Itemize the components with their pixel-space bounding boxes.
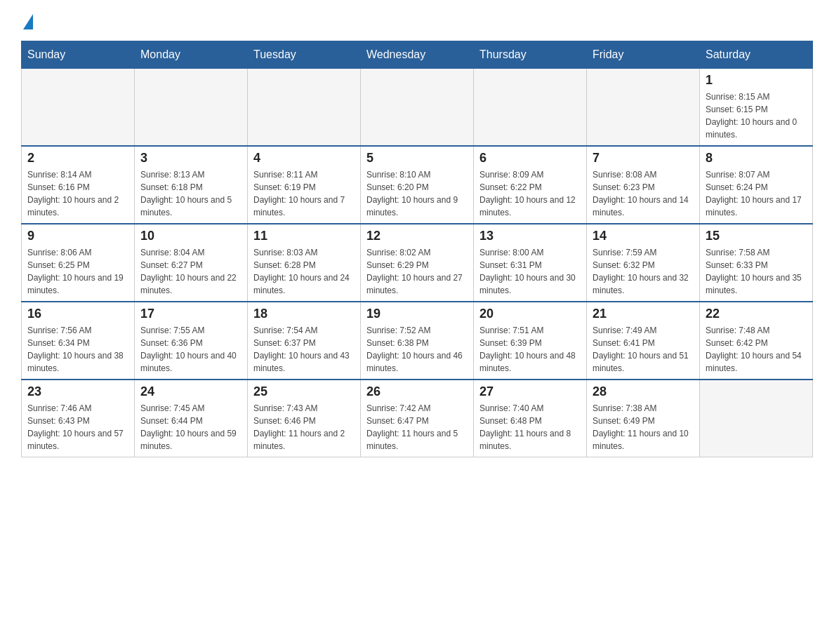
calendar-cell: 9Sunrise: 8:06 AMSunset: 6:25 PMDaylight… bbox=[22, 224, 135, 302]
day-number: 21 bbox=[593, 307, 694, 321]
day-info: Sunrise: 7:46 AMSunset: 6:43 PMDaylight:… bbox=[27, 402, 128, 452]
day-number: 15 bbox=[706, 229, 807, 243]
logo bbox=[21, 14, 33, 28]
calendar-cell: 20Sunrise: 7:51 AMSunset: 6:39 PMDayligh… bbox=[474, 302, 587, 380]
day-info: Sunrise: 8:09 AMSunset: 6:22 PMDaylight:… bbox=[479, 168, 581, 219]
day-number: 18 bbox=[253, 307, 355, 321]
calendar-cell: 1Sunrise: 8:15 AMSunset: 6:15 PMDaylight… bbox=[700, 69, 813, 147]
calendar-cell: 3Sunrise: 8:13 AMSunset: 6:18 PMDaylight… bbox=[135, 146, 248, 224]
day-number: 14 bbox=[593, 229, 694, 243]
calendar-cell: 8Sunrise: 8:07 AMSunset: 6:24 PMDaylight… bbox=[700, 146, 813, 224]
calendar-cell: 10Sunrise: 8:04 AMSunset: 6:27 PMDayligh… bbox=[135, 224, 248, 302]
day-info: Sunrise: 8:15 AMSunset: 6:15 PMDaylight:… bbox=[706, 90, 807, 141]
day-info: Sunrise: 7:43 AMSunset: 6:46 PMDaylight:… bbox=[253, 402, 355, 452]
calendar-cell: 24Sunrise: 7:45 AMSunset: 6:44 PMDayligh… bbox=[135, 380, 248, 457]
day-number: 7 bbox=[593, 151, 694, 166]
calendar-cell bbox=[474, 69, 587, 147]
calendar-cell bbox=[248, 69, 361, 147]
logo-triangle-icon bbox=[23, 14, 33, 29]
day-info: Sunrise: 8:03 AMSunset: 6:28 PMDaylight:… bbox=[253, 246, 355, 297]
day-number: 19 bbox=[366, 307, 468, 321]
calendar-cell: 21Sunrise: 7:49 AMSunset: 6:41 PMDayligh… bbox=[587, 302, 700, 380]
day-number: 28 bbox=[593, 384, 694, 399]
weekday-header: Wednesday bbox=[361, 41, 474, 69]
calendar-cell: 12Sunrise: 8:02 AMSunset: 6:29 PMDayligh… bbox=[361, 224, 474, 302]
calendar-week-row: 2Sunrise: 8:14 AMSunset: 6:16 PMDaylight… bbox=[22, 146, 813, 224]
day-info: Sunrise: 7:49 AMSunset: 6:41 PMDaylight:… bbox=[593, 324, 694, 375]
day-info: Sunrise: 7:58 AMSunset: 6:33 PMDaylight:… bbox=[706, 246, 807, 297]
day-info: Sunrise: 7:54 AMSunset: 6:37 PMDaylight:… bbox=[253, 324, 355, 375]
day-info: Sunrise: 7:42 AMSunset: 6:47 PMDaylight:… bbox=[366, 402, 468, 452]
weekday-header: Monday bbox=[135, 41, 248, 69]
page-header bbox=[21, 14, 813, 28]
calendar-cell bbox=[135, 69, 248, 147]
calendar-header-row: SundayMondayTuesdayWednesdayThursdayFrid… bbox=[22, 41, 813, 69]
weekday-header: Saturday bbox=[700, 41, 813, 69]
day-info: Sunrise: 7:38 AMSunset: 6:49 PMDaylight:… bbox=[593, 402, 694, 452]
calendar-cell bbox=[587, 69, 700, 147]
day-number: 22 bbox=[706, 307, 807, 321]
calendar-cell: 5Sunrise: 8:10 AMSunset: 6:20 PMDaylight… bbox=[361, 146, 474, 224]
day-number: 1 bbox=[706, 73, 807, 88]
calendar-cell: 11Sunrise: 8:03 AMSunset: 6:28 PMDayligh… bbox=[248, 224, 361, 302]
calendar-table: SundayMondayTuesdayWednesdayThursdayFrid… bbox=[21, 41, 813, 457]
day-info: Sunrise: 7:55 AMSunset: 6:36 PMDaylight:… bbox=[140, 324, 241, 375]
calendar-cell bbox=[700, 380, 813, 457]
day-number: 11 bbox=[253, 229, 355, 243]
day-info: Sunrise: 7:45 AMSunset: 6:44 PMDaylight:… bbox=[140, 402, 241, 452]
day-number: 16 bbox=[27, 307, 128, 321]
day-info: Sunrise: 8:13 AMSunset: 6:18 PMDaylight:… bbox=[140, 168, 241, 219]
calendar-cell: 25Sunrise: 7:43 AMSunset: 6:46 PMDayligh… bbox=[248, 380, 361, 457]
day-number: 20 bbox=[479, 307, 581, 321]
calendar-cell: 15Sunrise: 7:58 AMSunset: 6:33 PMDayligh… bbox=[700, 224, 813, 302]
calendar-week-row: 16Sunrise: 7:56 AMSunset: 6:34 PMDayligh… bbox=[22, 302, 813, 380]
calendar-cell: 2Sunrise: 8:14 AMSunset: 6:16 PMDaylight… bbox=[22, 146, 135, 224]
calendar-cell bbox=[22, 69, 135, 147]
calendar-cell: 27Sunrise: 7:40 AMSunset: 6:48 PMDayligh… bbox=[474, 380, 587, 457]
day-info: Sunrise: 8:11 AMSunset: 6:19 PMDaylight:… bbox=[253, 168, 355, 219]
calendar-cell: 17Sunrise: 7:55 AMSunset: 6:36 PMDayligh… bbox=[135, 302, 248, 380]
day-number: 3 bbox=[140, 151, 241, 166]
day-number: 13 bbox=[479, 229, 581, 243]
calendar-cell: 26Sunrise: 7:42 AMSunset: 6:47 PMDayligh… bbox=[361, 380, 474, 457]
weekday-header: Sunday bbox=[22, 41, 135, 69]
day-info: Sunrise: 8:10 AMSunset: 6:20 PMDaylight:… bbox=[366, 168, 468, 219]
day-number: 25 bbox=[253, 384, 355, 399]
day-number: 4 bbox=[253, 151, 355, 166]
weekday-header: Thursday bbox=[474, 41, 587, 69]
calendar-cell: 16Sunrise: 7:56 AMSunset: 6:34 PMDayligh… bbox=[22, 302, 135, 380]
day-info: Sunrise: 8:06 AMSunset: 6:25 PMDaylight:… bbox=[27, 246, 128, 297]
calendar-week-row: 1Sunrise: 8:15 AMSunset: 6:15 PMDaylight… bbox=[22, 69, 813, 147]
calendar-cell bbox=[361, 69, 474, 147]
day-number: 10 bbox=[140, 229, 241, 243]
weekday-header: Tuesday bbox=[248, 41, 361, 69]
calendar-week-row: 23Sunrise: 7:46 AMSunset: 6:43 PMDayligh… bbox=[22, 380, 813, 457]
day-info: Sunrise: 7:52 AMSunset: 6:38 PMDaylight:… bbox=[366, 324, 468, 375]
day-info: Sunrise: 8:14 AMSunset: 6:16 PMDaylight:… bbox=[27, 168, 128, 219]
calendar-cell: 28Sunrise: 7:38 AMSunset: 6:49 PMDayligh… bbox=[587, 380, 700, 457]
day-info: Sunrise: 7:48 AMSunset: 6:42 PMDaylight:… bbox=[706, 324, 807, 375]
day-info: Sunrise: 8:00 AMSunset: 6:31 PMDaylight:… bbox=[479, 246, 581, 297]
day-number: 24 bbox=[140, 384, 241, 399]
day-info: Sunrise: 7:51 AMSunset: 6:39 PMDaylight:… bbox=[479, 324, 581, 375]
day-info: Sunrise: 7:59 AMSunset: 6:32 PMDaylight:… bbox=[593, 246, 694, 297]
calendar-cell: 18Sunrise: 7:54 AMSunset: 6:37 PMDayligh… bbox=[248, 302, 361, 380]
calendar-cell: 6Sunrise: 8:09 AMSunset: 6:22 PMDaylight… bbox=[474, 146, 587, 224]
day-number: 6 bbox=[479, 151, 581, 166]
calendar-cell: 14Sunrise: 7:59 AMSunset: 6:32 PMDayligh… bbox=[587, 224, 700, 302]
calendar-cell: 4Sunrise: 8:11 AMSunset: 6:19 PMDaylight… bbox=[248, 146, 361, 224]
day-number: 12 bbox=[366, 229, 468, 243]
calendar-cell: 7Sunrise: 8:08 AMSunset: 6:23 PMDaylight… bbox=[587, 146, 700, 224]
calendar-cell: 19Sunrise: 7:52 AMSunset: 6:38 PMDayligh… bbox=[361, 302, 474, 380]
calendar-cell: 13Sunrise: 8:00 AMSunset: 6:31 PMDayligh… bbox=[474, 224, 587, 302]
calendar-cell: 22Sunrise: 7:48 AMSunset: 6:42 PMDayligh… bbox=[700, 302, 813, 380]
day-number: 23 bbox=[27, 384, 128, 399]
day-info: Sunrise: 8:04 AMSunset: 6:27 PMDaylight:… bbox=[140, 246, 241, 297]
day-info: Sunrise: 8:07 AMSunset: 6:24 PMDaylight:… bbox=[706, 168, 807, 219]
day-number: 2 bbox=[27, 151, 128, 166]
calendar-week-row: 9Sunrise: 8:06 AMSunset: 6:25 PMDaylight… bbox=[22, 224, 813, 302]
day-number: 17 bbox=[140, 307, 241, 321]
day-number: 5 bbox=[366, 151, 468, 166]
day-info: Sunrise: 8:02 AMSunset: 6:29 PMDaylight:… bbox=[366, 246, 468, 297]
day-number: 8 bbox=[706, 151, 807, 166]
